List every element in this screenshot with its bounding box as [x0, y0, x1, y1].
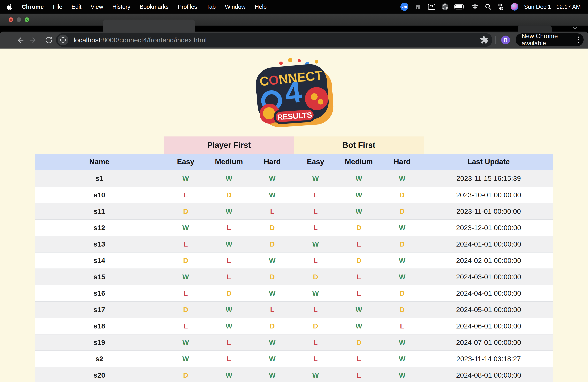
connect4-logo: CONNECT 4 RESULTS [251, 56, 337, 131]
menu-item-profiles[interactable]: Profiles [178, 4, 197, 10]
menu-item-help[interactable]: Help [255, 4, 267, 10]
menubar-time: 12:17 AM [556, 4, 581, 10]
cell-result: L [337, 367, 381, 382]
cell-result: W [337, 170, 381, 187]
cell-result: L [381, 318, 424, 334]
close-window-button[interactable] [9, 17, 13, 22]
menu-item-tab[interactable]: Tab [206, 4, 216, 10]
cell-result: L [164, 318, 207, 334]
cell-result: W [251, 351, 294, 367]
cell-result: L [251, 302, 294, 318]
cell-last-update: 2024-08-01 00:00:00 [424, 367, 553, 382]
tab-search-chevron-icon[interactable] [572, 26, 578, 32]
url-text[interactable]: localhost:8000/connect4/frontend/index.h… [74, 36, 207, 44]
cell-result: L [294, 220, 337, 236]
cell-result: L [337, 351, 381, 367]
menu-kebab-icon[interactable] [578, 37, 579, 43]
cell-result: L [294, 203, 337, 219]
window-titlebar [0, 14, 588, 26]
cell-name: s1 [35, 170, 164, 187]
minimize-window-button[interactable] [17, 17, 21, 22]
reload-button[interactable] [44, 32, 53, 49]
url-host: localhost [74, 36, 100, 44]
cell-result: L [251, 203, 294, 219]
cell-result: W [381, 220, 424, 236]
menu-item-bookmarks[interactable]: Bookmarks [140, 4, 168, 10]
extensions-icon[interactable] [480, 32, 489, 49]
cell-last-update: 2023-10-01 00:00:00 [424, 187, 553, 203]
cell-name: s15 [35, 269, 164, 285]
cell-result: D [207, 285, 251, 301]
cell-result: W [337, 302, 381, 318]
spotlight-icon[interactable] [485, 3, 492, 10]
menubar-app-name[interactable]: Chrome [22, 4, 44, 10]
forward-button[interactable] [29, 32, 38, 49]
cell-result: L [337, 236, 381, 252]
table-row: s1WWWWWW2023-11-15 16:15:39 [35, 170, 553, 187]
cell-result: L [294, 351, 337, 367]
cell-result: D [251, 318, 294, 334]
siri-icon[interactable] [511, 3, 518, 11]
cell-last-update: 2024-04-01 00:00:00 [424, 285, 553, 301]
table-row: s18LWDDWL2024-06-01 00:00:00 [35, 318, 553, 334]
cell-result: L [207, 252, 251, 268]
address-bar[interactable]: localhost:8000/connect4/frontend/index.h… [56, 33, 492, 47]
cell-result: D [164, 367, 207, 382]
control-center-icon[interactable] [497, 3, 505, 10]
battery-icon[interactable] [454, 4, 465, 10]
group-header-bot-first: Bot First [294, 136, 424, 154]
cell-result: W [251, 367, 294, 382]
cell-result: W [207, 318, 251, 334]
menu-item-file[interactable]: File [53, 4, 63, 10]
wifi-icon[interactable] [471, 4, 479, 10]
menu-item-window[interactable]: Window [225, 4, 245, 10]
browser-toolbar: localhost:8000/connect4/frontend/index.h… [0, 32, 588, 49]
table-row: s13LWDWLD2024-01-01 00:00:00 [35, 236, 553, 252]
cell-result: D [164, 302, 207, 318]
globe-icon[interactable] [441, 3, 449, 11]
column-header-name: Name [35, 154, 164, 170]
cell-name: s2 [35, 351, 164, 367]
cell-last-update: 2023-11-14 03:18:27 [424, 351, 553, 367]
table-row: s17DWLLWD2024-05-01 00:00:00 [35, 301, 553, 318]
back-button[interactable] [16, 32, 24, 49]
column-header-medium: Medium [207, 154, 251, 170]
cell-name: s18 [35, 318, 164, 334]
cell-result: L [294, 252, 337, 268]
cell-result: D [251, 269, 294, 285]
svg-text:4: 4 [283, 75, 303, 110]
site-info-icon[interactable] [58, 35, 68, 45]
url-path: :8000/connect4/frontend/index.html [100, 36, 207, 44]
menu-item-view[interactable]: View [91, 4, 103, 10]
column-header-hard: Hard [251, 154, 294, 170]
menu-item-history[interactable]: History [112, 4, 130, 10]
page-content: CONNECT 4 RESULTS Player First Bot First… [0, 49, 588, 382]
cell-name: s10 [35, 187, 164, 203]
cell-result: W [251, 334, 294, 350]
cell-result: D [337, 252, 381, 268]
screen-mirroring-icon[interactable] [428, 3, 436, 10]
cell-result: W [207, 236, 251, 252]
toolbar-divider [495, 36, 496, 44]
column-header-easy: Easy [164, 154, 207, 170]
cell-result: D [251, 236, 294, 252]
cell-result: D [294, 318, 337, 334]
zoom-badge-icon[interactable]: zm [400, 3, 408, 11]
cell-last-update: 2024-05-01 00:00:00 [424, 302, 553, 318]
cell-result: W [164, 170, 207, 187]
table-row: s11DWLLWD2023-11-01 00:00:00 [35, 203, 553, 219]
zoom-window-button[interactable] [25, 17, 29, 22]
apple-logo-icon[interactable] [7, 4, 13, 10]
chrome-update-button[interactable]: New Chrome available [516, 33, 584, 46]
cell-result: W [294, 285, 337, 301]
cell-name: s16 [35, 285, 164, 301]
cell-result: W [251, 252, 294, 268]
active-tab[interactable] [103, 19, 195, 32]
cell-result: L [294, 334, 337, 350]
profile-avatar[interactable]: R [501, 36, 510, 44]
cell-result: W [294, 236, 337, 252]
mammoth-icon[interactable] [414, 3, 422, 10]
menu-item-edit[interactable]: Edit [71, 4, 81, 10]
table-row: s20DWWWLW2024-08-01 00:00:00 [35, 367, 553, 382]
cell-result: D [337, 220, 381, 236]
